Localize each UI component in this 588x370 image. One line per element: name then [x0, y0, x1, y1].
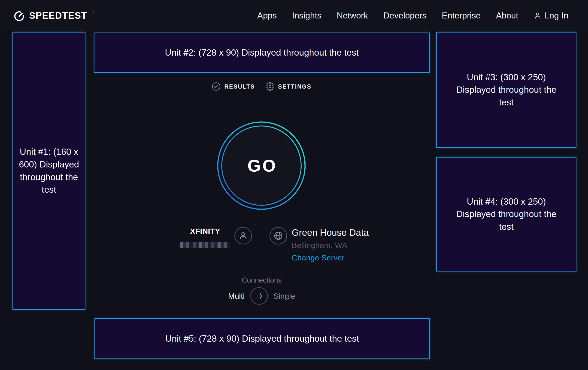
ad-unit-2-text: Unit #2: (728 x 90) Displayed throughout… [165, 46, 359, 59]
tab-settings[interactable]: SETTINGS [266, 82, 312, 91]
go-button[interactable]: GO [217, 121, 306, 210]
tab-results-label: RESULTS [224, 83, 255, 90]
person-icon [534, 11, 542, 20]
ad-unit-1: Unit #1: (160 x 600) Displayed throughou… [12, 32, 85, 310]
logo[interactable]: SPEEDTEST ™ [13, 9, 94, 22]
isp-user-badge [234, 227, 252, 245]
login-label: Log In [545, 11, 568, 20]
connections-single-option[interactable]: Single [273, 291, 295, 300]
ad-unit-5-text: Unit #5: (728 x 90) Displayed throughout… [165, 332, 359, 345]
nav-item-apps[interactable]: Apps [257, 11, 277, 20]
nav-item-network[interactable]: Network [337, 11, 368, 20]
ad-unit-4-text: Unit #4: (300 x 250) Displayed throughou… [450, 195, 562, 233]
logo-text: SPEEDTEST [29, 9, 87, 22]
server-globe-badge [270, 227, 287, 245]
logo-trademark: ™ [91, 10, 94, 14]
speedtest-page: SPEEDTEST ™ Apps Insights Network Develo… [0, 0, 588, 370]
multi-connection-arrows-icon [253, 290, 265, 302]
isp-name: XFINITY [177, 227, 233, 236]
nav-item-insights[interactable]: Insights [292, 11, 322, 20]
connections-toggle-row: Multi Single [85, 287, 438, 305]
ad-unit-1-text: Unit #1: (160 x 600) Displayed throughou… [14, 146, 84, 196]
check-circle-icon [212, 82, 220, 91]
connections-mode-toggle[interactable] [250, 287, 268, 305]
server-name: Green House Data [292, 228, 369, 238]
tab-settings-label: SETTINGS [278, 83, 312, 90]
nav-item-enterprise[interactable]: Enterprise [442, 11, 481, 20]
speedtest-gauge-icon [13, 10, 25, 22]
login-button[interactable]: Log In [534, 11, 568, 20]
change-server-link[interactable]: Change Server [292, 253, 345, 262]
top-nav: SPEEDTEST ™ Apps Insights Network Develo… [0, 0, 588, 31]
connections-title: Connections [85, 276, 438, 284]
ad-unit-2: Unit #2: (728 x 90) Displayed throughout… [94, 32, 430, 73]
view-tabs: RESULTS SETTINGS [85, 82, 438, 91]
globe-icon [273, 231, 283, 241]
ad-unit-3-text: Unit #3: (300 x 250) Displayed throughou… [450, 71, 562, 109]
redacted-ip-address [180, 242, 230, 248]
nav-item-about[interactable]: About [496, 11, 518, 20]
connections-multi-option[interactable]: Multi [228, 291, 245, 300]
ad-unit-4: Unit #4: (300 x 250) Displayed throughou… [436, 157, 577, 271]
user-icon [238, 231, 248, 241]
ad-unit-5: Unit #5: (728 x 90) Displayed throughout… [94, 318, 430, 359]
gear-icon [266, 82, 274, 91]
ad-unit-3: Unit #3: (300 x 250) Displayed throughou… [436, 32, 577, 148]
go-label: GO [217, 121, 306, 210]
nav-item-developers[interactable]: Developers [383, 11, 427, 20]
nav-menu: Apps Insights Network Developers Enterpr… [257, 11, 568, 20]
tab-results[interactable]: RESULTS [212, 82, 255, 91]
server-location: Bellingham, WA [292, 241, 347, 250]
